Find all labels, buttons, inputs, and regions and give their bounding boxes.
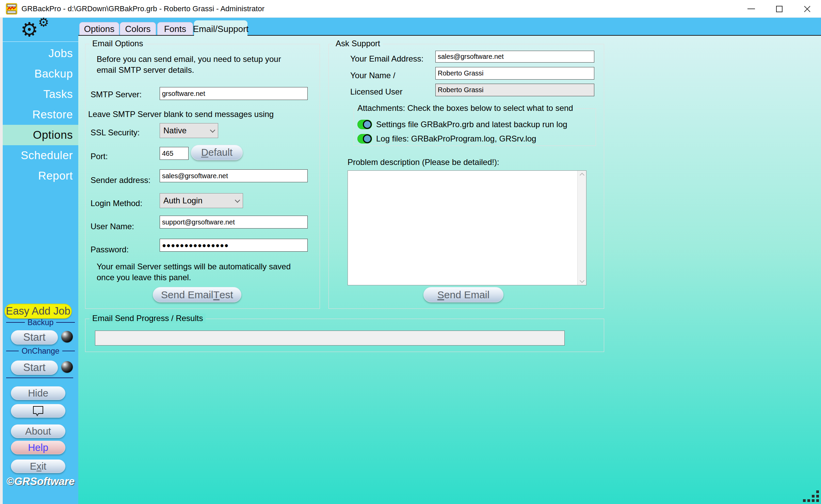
sidebar-item-scheduler[interactable]: Scheduler xyxy=(3,145,78,166)
divider xyxy=(6,377,73,378)
minimize-icon xyxy=(747,9,755,9)
user-name-label: User Name: xyxy=(91,222,134,231)
smtp-intro-text: Before you can send email, you need to s… xyxy=(97,54,297,75)
tab-email-support[interactable]: Email/Support xyxy=(194,20,247,37)
licensed-user-label: Licensed User xyxy=(350,87,402,97)
smtp-note-text: Leave SMTP Server blank to send messages… xyxy=(88,109,309,120)
tab-fonts[interactable]: Fonts xyxy=(157,22,193,36)
smtp-server-label: SMTP Server: xyxy=(91,90,142,99)
your-email-label: Your Email Address: xyxy=(350,54,423,64)
smtp-server-input[interactable] xyxy=(160,87,308,100)
ask-support-group: Ask Support Your Email Address: Your Nam… xyxy=(328,44,604,309)
attachment-option-label: Log files: GRBakProProgram.log, GRSrv.lo… xyxy=(376,134,536,144)
toggle-knob-icon xyxy=(363,134,372,143)
onchange-start-button[interactable]: Start xyxy=(11,360,58,375)
email-support-panel: Email Options Before you can send email,… xyxy=(78,36,821,504)
your-name-input[interactable] xyxy=(435,67,594,80)
attachment-option-row: Settings file GRBakPro.grb and latest ba… xyxy=(357,120,595,129)
sender-address-label: Sender address: xyxy=(91,175,150,185)
hide-button[interactable]: Hide xyxy=(11,386,65,400)
send-email-test-button[interactable]: Send Email Test xyxy=(153,287,241,302)
email-progress-group: Email Send Progress / Results xyxy=(85,319,604,352)
close-button[interactable] xyxy=(793,0,821,18)
titlebar: GRBackPro - d:\GRDown\GRBakPro.grb - Rob… xyxy=(0,0,821,18)
maximize-button[interactable] xyxy=(765,0,793,18)
login-method-value: Auth Login xyxy=(163,196,203,205)
divider xyxy=(56,322,75,323)
sidebar-item-report[interactable]: Report xyxy=(3,166,78,186)
scroll-up-icon[interactable] xyxy=(579,173,584,178)
group-legend: Email Send Progress / Results xyxy=(90,314,206,323)
exit-button[interactable]: Exit xyxy=(11,459,65,473)
feedback-button[interactable] xyxy=(11,404,65,418)
onchange-status-led-icon xyxy=(61,361,73,373)
log-files-toggle[interactable] xyxy=(357,134,372,144)
divider xyxy=(6,351,19,351)
your-email-input[interactable] xyxy=(435,51,594,63)
resize-grip-icon[interactable] xyxy=(803,490,819,502)
chevron-down-icon xyxy=(210,127,215,133)
tab-options[interactable]: Options xyxy=(79,22,119,36)
gear-icon: ⚙ xyxy=(38,16,49,29)
maximize-icon xyxy=(776,6,783,12)
app-area: ⚙ ⚙ Jobs Backup Tasks Restore Options Sc… xyxy=(3,18,821,504)
about-button[interactable]: About xyxy=(11,424,65,438)
close-icon xyxy=(804,5,811,13)
autosave-note-text: Your email Server settings will be autom… xyxy=(97,261,304,283)
email-options-group: Email Options Before you can send email,… xyxy=(85,44,320,309)
sidebar-item-tasks[interactable]: Tasks xyxy=(3,84,78,104)
login-method-select[interactable]: Auth Login xyxy=(160,193,243,208)
sidebar-item-options[interactable]: Options xyxy=(3,125,78,145)
gear-icon: ⚙ xyxy=(20,20,38,39)
backup-status-led-icon xyxy=(61,331,73,342)
help-button[interactable]: Help xyxy=(11,441,65,454)
password-label: Password: xyxy=(91,245,129,254)
gears-icon: ⚙ ⚙ xyxy=(3,18,78,41)
scroll-down-icon[interactable] xyxy=(579,278,584,283)
default-port-button[interactable]: Default xyxy=(191,145,243,160)
port-label: Port: xyxy=(91,152,108,161)
licensed-user-input xyxy=(435,84,594,96)
group-legend: Email Options xyxy=(90,39,146,48)
send-email-button[interactable]: Send Email xyxy=(423,287,503,302)
problem-description-field xyxy=(348,170,586,285)
speech-bubble-icon xyxy=(32,405,45,417)
problem-description-textarea[interactable] xyxy=(348,171,577,285)
copyright-label: ©GRSoftware xyxy=(3,475,78,488)
sidebar-item-jobs[interactable]: Jobs xyxy=(3,43,78,64)
scrollbar[interactable] xyxy=(577,171,586,285)
backup-start-button[interactable]: Start xyxy=(11,330,58,345)
user-name-input[interactable] xyxy=(160,216,308,229)
sidebar-menu: Jobs Backup Tasks Restore Options Schedu… xyxy=(3,43,78,186)
tab-colors[interactable]: Colors xyxy=(120,22,156,36)
sidebar-item-restore[interactable]: Restore xyxy=(3,104,78,125)
your-name-label: Your Name / xyxy=(350,71,396,80)
group-legend: Ask Support xyxy=(333,39,383,48)
email-progress-bar xyxy=(95,331,565,346)
ssl-security-label: SSL Security: xyxy=(91,128,140,137)
easy-add-job-button[interactable]: Easy Add Job xyxy=(4,304,72,319)
sidebar-item-backup[interactable]: Backup xyxy=(3,64,78,84)
app-icon xyxy=(6,3,17,15)
sidebar: ⚙ ⚙ Jobs Backup Tasks Restore Options Sc… xyxy=(3,18,78,504)
ssl-security-select[interactable]: Native xyxy=(160,123,218,138)
password-input[interactable] xyxy=(160,239,308,252)
backup-section-label: Backup xyxy=(6,318,75,326)
attachment-option-label: Settings file GRBakPro.grb and latest ba… xyxy=(376,120,567,129)
chevron-down-icon xyxy=(235,197,240,203)
tab-baseline xyxy=(78,35,821,36)
ssl-security-value: Native xyxy=(163,126,187,135)
tab-strip: Options Colors Fonts Email/Support xyxy=(78,18,821,36)
minimize-button[interactable] xyxy=(737,0,765,18)
window-frame xyxy=(0,18,3,504)
settings-file-toggle[interactable] xyxy=(357,120,372,129)
divider xyxy=(6,322,25,323)
toggle-knob-icon xyxy=(363,120,372,129)
group-legend: Attachments: Check the boxes below to se… xyxy=(355,103,576,113)
window-title: GRBackPro - d:\GRDown\GRBakPro.grb - Rob… xyxy=(21,4,264,13)
login-method-label: Login Method: xyxy=(91,199,142,208)
sender-address-input[interactable] xyxy=(160,169,308,182)
divider xyxy=(3,41,78,42)
problem-description-label: Problem description (Please be detailed!… xyxy=(348,157,499,167)
port-input[interactable] xyxy=(160,147,189,160)
